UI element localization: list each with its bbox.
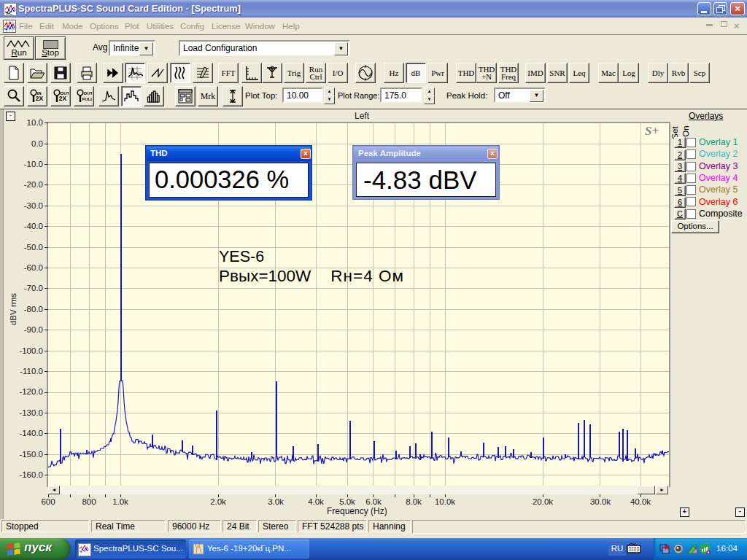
svg-text:SC: SC bbox=[6, 10, 12, 15]
svg-text:2X: 2X bbox=[59, 95, 67, 102]
svg-text:OUT: OUT bbox=[84, 91, 93, 96]
svg-text:FULL: FULL bbox=[82, 97, 92, 101]
svg-text:2X: 2X bbox=[36, 95, 44, 102]
